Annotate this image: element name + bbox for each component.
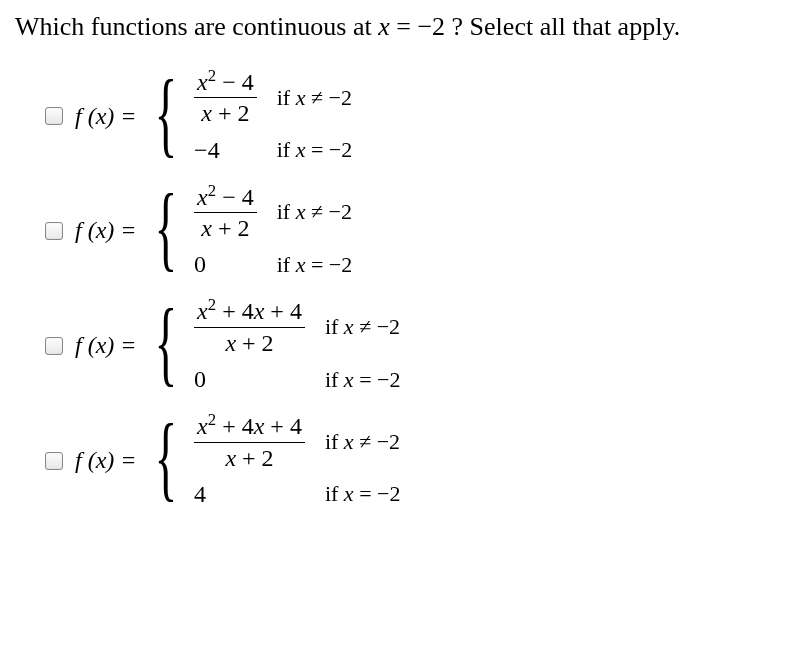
cond2: if x = −2 [277,137,353,163]
cases-4: x2 + 4x + 4 x + 2 if x ≠ −2 4 if x = −2 [194,413,400,508]
numerator: x2 + 4x + 4 [194,298,305,327]
cond1: if x ≠ −2 [325,314,401,340]
question-rhs: −2 [417,12,445,41]
fraction: x2 + 4x + 4 x + 2 [194,298,305,356]
brace-icon: { [154,307,177,378]
cond1: if x ≠ −2 [277,85,353,111]
question-prefix: Which functions are continuous at [15,12,378,41]
case2-val: −4 [194,137,257,164]
case1-expr: x2 − 4 x + 2 [194,184,257,242]
brace-icon: { [154,422,177,493]
cond2: if x = −2 [277,252,353,278]
option-4: f (x) = { x2 + 4x + 4 x + 2 if x ≠ −2 4 … [45,413,785,508]
function-def-1: f (x) = { x2 − 4 x + 2 if x ≠ −2 −4 if x… [75,69,352,164]
function-def-2: f (x) = { x2 − 4 x + 2 if x ≠ −2 0 if x … [75,184,352,279]
option-1: f (x) = { x2 − 4 x + 2 if x ≠ −2 −4 if x… [45,69,785,164]
cond1: if x ≠ −2 [277,199,353,225]
checkbox-4[interactable] [45,452,63,470]
brace-icon: { [154,192,177,263]
denominator: x + 2 [222,328,276,356]
cond2: if x = −2 [325,481,401,507]
question-eq: = [390,12,418,41]
cases-1: x2 − 4 x + 2 if x ≠ −2 −4 if x = −2 [194,69,352,164]
option-3: f (x) = { x2 + 4x + 4 x + 2 if x ≠ −2 0 … [45,298,785,393]
fx-label: f (x) = [75,103,137,130]
denominator: x + 2 [198,213,252,241]
case1-expr: x2 − 4 x + 2 [194,69,257,127]
case1-expr: x2 + 4x + 4 x + 2 [194,298,305,356]
function-def-4: f (x) = { x2 + 4x + 4 x + 2 if x ≠ −2 4 … [75,413,400,508]
cond2: if x = −2 [325,367,401,393]
question-text: Which functions are continuous at x = −2… [15,10,785,44]
fraction: x2 − 4 x + 2 [194,184,257,242]
case2-val: 0 [194,366,305,393]
denominator: x + 2 [198,98,252,126]
function-def-3: f (x) = { x2 + 4x + 4 x + 2 if x ≠ −2 0 … [75,298,400,393]
fx-label: f (x) = [75,447,137,474]
numerator: x2 + 4x + 4 [194,413,305,442]
numerator: x2 − 4 [194,69,257,98]
fx-label: f (x) = [75,217,137,244]
checkbox-2[interactable] [45,222,63,240]
fraction: x2 − 4 x + 2 [194,69,257,127]
question-suffix: ? Select all that apply. [445,12,680,41]
cond1: if x ≠ −2 [325,429,401,455]
checkbox-1[interactable] [45,107,63,125]
checkbox-3[interactable] [45,337,63,355]
fx-label: f (x) = [75,332,137,359]
fraction: x2 + 4x + 4 x + 2 [194,413,305,471]
denominator: x + 2 [222,443,276,471]
cases-3: x2 + 4x + 4 x + 2 if x ≠ −2 0 if x = −2 [194,298,400,393]
case1-expr: x2 + 4x + 4 x + 2 [194,413,305,471]
brace-icon: { [154,78,177,149]
case2-val: 4 [194,481,305,508]
options-list: f (x) = { x2 − 4 x + 2 if x ≠ −2 −4 if x… [15,69,785,508]
numerator: x2 − 4 [194,184,257,213]
option-2: f (x) = { x2 − 4 x + 2 if x ≠ −2 0 if x … [45,184,785,279]
case2-val: 0 [194,251,257,278]
question-var: x [378,12,390,41]
cases-2: x2 − 4 x + 2 if x ≠ −2 0 if x = −2 [194,184,352,279]
